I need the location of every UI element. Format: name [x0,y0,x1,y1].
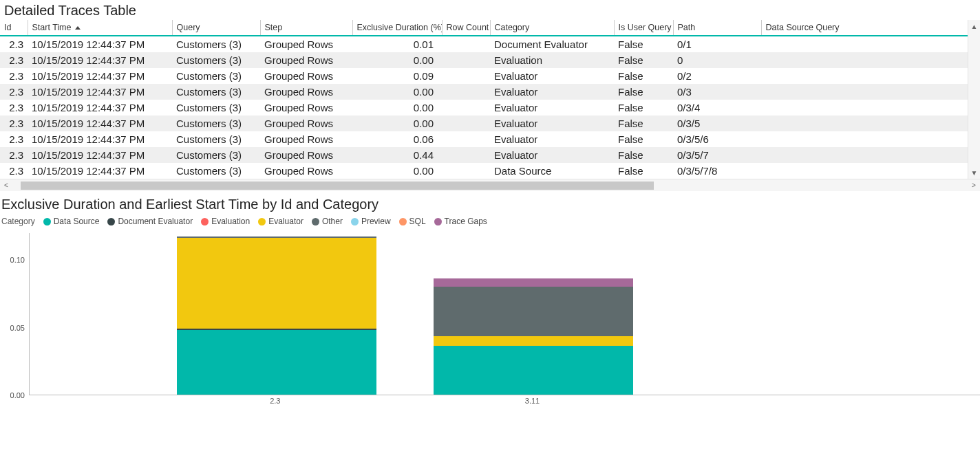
cell-dsq [761,147,968,163]
scroll-down-icon[interactable]: ▼ [968,166,980,179]
table-row[interactable]: 2.310/15/2019 12:44:37 PMCustomers (3)Gr… [0,131,980,147]
col-header-category[interactable]: Category [490,20,614,36]
scroll-right-icon[interactable]: > [968,179,980,192]
bar-group[interactable] [177,236,376,395]
cell-id: 2.3 [0,100,28,116]
chart-title: Exclusive Duration and Earliest Start Ti… [1,197,980,212]
legend-swatch-icon [107,218,115,226]
table-row[interactable]: 2.310/15/2019 12:44:37 PMCustomers (3)Gr… [0,68,980,84]
bar-segment[interactable] [434,346,633,395]
cell-query: Customers (3) [172,131,260,147]
table-row[interactable]: 2.310/15/2019 12:44:37 PMCustomers (3)Gr… [0,147,980,163]
y-axis: 0.000.050.10 [1,233,29,395]
cell-id: 2.3 [0,163,28,179]
vertical-scrollbar[interactable]: ▲ ▼ [968,20,980,179]
cell-userq: False [614,52,673,68]
legend-swatch-icon [201,218,209,226]
legend-swatch-icon [258,218,266,226]
y-tick-label: 0.00 [10,391,25,399]
col-header-path[interactable]: Path [673,20,761,36]
cell-category: Document Evaluator [490,36,614,52]
cell-query: Customers (3) [172,100,260,116]
col-header-query[interactable]: Query [172,20,260,36]
cell-category: Data Source [490,163,614,179]
legend-item[interactable]: Evaluator [258,217,303,226]
legend-item[interactable]: Trace Gaps [434,217,487,226]
cell-query: Customers (3) [172,116,260,131]
cell-path: 0/2 [673,68,761,84]
cell-start: 10/15/2019 12:44:37 PM [28,68,172,84]
cell-rowcount [442,36,490,52]
bar-segment[interactable] [177,330,376,395]
cell-rowcount [442,116,490,131]
cell-rowcount [442,100,490,116]
cell-start: 10/15/2019 12:44:37 PM [28,84,172,100]
table-row[interactable]: 2.310/15/2019 12:44:37 PMCustomers (3)Gr… [0,163,980,179]
cell-step: Grouped Rows [260,84,352,100]
cell-dsq [761,52,968,68]
table-row[interactable]: 2.310/15/2019 12:44:37 PMCustomers (3)Gr… [0,100,980,116]
table-title: Detailed Traces Table [4,3,980,19]
table-row[interactable]: 2.310/15/2019 12:44:37 PMCustomers (3)Gr… [0,116,980,131]
chart-area[interactable]: 0.000.050.10 [0,233,980,395]
legend-item[interactable]: Other [312,217,343,226]
cell-dur: 0.00 [352,163,442,179]
col-header-step[interactable]: Step [260,20,352,36]
legend-item-label: Evaluator [268,217,303,226]
legend-item-label: Other [322,217,343,226]
cell-dsq [761,68,968,84]
cell-dsq [761,84,968,100]
chart-plot[interactable] [29,233,980,395]
legend-item[interactable]: Data Source [43,217,100,226]
cell-path: 0/3/5/7 [673,147,761,163]
table-row[interactable]: 2.310/15/2019 12:44:37 PMCustomers (3)Gr… [0,52,980,68]
bar-segment[interactable] [434,287,633,337]
x-tick-label: 2.3 [270,397,280,405]
cell-userq: False [614,163,673,179]
scroll-up-icon[interactable]: ▲ [968,20,980,32]
cell-dur: 0.09 [352,68,442,84]
bar-segment[interactable] [434,336,633,346]
col-header-data-source-query[interactable]: Data Source Query [761,20,968,36]
col-header-start-time[interactable]: Start Time [28,20,172,36]
col-header-is-user-query[interactable]: Is User Query [614,20,673,36]
y-tick-label: 0.10 [10,256,25,264]
legend-swatch-icon [434,218,442,226]
bar-segment[interactable] [434,278,633,287]
bar-segment[interactable] [177,238,376,329]
cell-category: Evaluation [490,52,614,68]
col-header-row-count[interactable]: Row Count [442,20,490,36]
legend-item[interactable]: Document Evaluator [107,217,193,226]
cell-id: 2.3 [0,52,28,68]
cell-start: 10/15/2019 12:44:37 PM [28,163,172,179]
cell-step: Grouped Rows [260,131,352,147]
cell-rowcount [442,131,490,147]
cell-start: 10/15/2019 12:44:37 PM [28,147,172,163]
legend-item[interactable]: Preview [351,217,391,226]
cell-step: Grouped Rows [260,163,352,179]
cell-path: 0/3/5 [673,116,761,131]
legend-item[interactable]: Evaluation [201,217,250,226]
hscroll-thumb[interactable] [21,182,654,190]
traces-table: Id Start Time Query Step Exclusive Durat… [0,20,980,191]
col-header-id[interactable]: Id [0,20,28,36]
bar-group[interactable] [434,278,633,395]
col-header-exclusive-duration[interactable]: Exclusive Duration (%) [352,20,442,36]
cell-start: 10/15/2019 12:44:37 PM [28,116,172,131]
horizontal-scrollbar[interactable]: < > [0,179,980,191]
cell-query: Customers (3) [172,147,260,163]
legend-swatch-icon [399,218,407,226]
cell-category: Evaluator [490,131,614,147]
table-header-row: Id Start Time Query Step Exclusive Durat… [0,20,980,36]
cell-step: Grouped Rows [260,52,352,68]
cell-id: 2.3 [0,147,28,163]
col-header-label: Start Time [32,23,72,32]
scroll-left-icon[interactable]: < [0,179,12,192]
cell-id: 2.3 [0,131,28,147]
legend-item[interactable]: SQL [399,217,426,226]
cell-query: Customers (3) [172,84,260,100]
cell-dur: 0.00 [352,100,442,116]
table-row[interactable]: 2.310/15/2019 12:44:37 PMCustomers (3)Gr… [0,84,980,100]
table-row[interactable]: 2.310/15/2019 12:44:37 PMCustomers (3)Gr… [0,36,980,52]
hscroll-track[interactable] [12,179,968,191]
